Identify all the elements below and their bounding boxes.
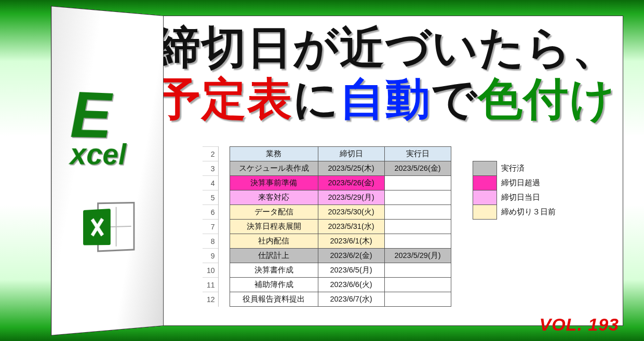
task-cell: スケジュール表作成: [230, 161, 318, 176]
col-header-deadline: 締切日: [318, 147, 384, 161]
legend-label: 締め切り３日前: [497, 205, 563, 220]
deadline-cell: 2023/6/2(金): [318, 249, 384, 263]
col-header-done: 実行日: [384, 147, 451, 161]
brand-letters-xcel: xcel: [70, 141, 127, 167]
row-header: 10: [203, 263, 218, 278]
headline-word-auto: 自動: [340, 74, 431, 124]
deadline-cell: 2023/6/1(木): [318, 234, 384, 249]
done-cell: 2023/5/29(月): [384, 249, 451, 263]
headline-line1: 締切日が近づいたら、: [156, 22, 618, 72]
row-header: 3: [203, 161, 218, 176]
deadline-cell: 2023/6/5(月): [318, 263, 384, 278]
row-header: 8: [203, 234, 218, 249]
done-cell: [384, 220, 451, 234]
legend-swatch: [473, 190, 497, 205]
legend-label: 締切日当日: [497, 190, 563, 205]
legend-swatch: [473, 176, 497, 190]
task-cell: 決算書作成: [230, 263, 318, 278]
deadline-cell: 2023/5/30(火): [318, 205, 384, 220]
task-cell: 社内配信: [230, 234, 318, 249]
task-cell: 決算日程表展開: [230, 220, 318, 234]
legend-swatch: [473, 161, 497, 176]
deadline-cell: 2023/5/25(木): [318, 161, 384, 176]
done-cell: [384, 190, 451, 205]
deadline-cell: 2023/5/29(月): [318, 190, 384, 205]
legend-swatch: [473, 205, 497, 220]
legend-label: 締切日超過: [497, 176, 563, 190]
headline-particle-de: で: [431, 74, 478, 124]
task-cell: 仕訳計上: [230, 249, 318, 263]
done-cell: [384, 278, 451, 292]
row-header: 6: [203, 205, 218, 220]
deadline-cell: 2023/6/6(火): [318, 278, 384, 292]
row-header: 5: [203, 190, 218, 205]
row-header: 11: [203, 278, 218, 292]
headline-word-color: 色付け: [478, 74, 616, 124]
done-cell: [384, 234, 451, 249]
row-header: 2: [203, 147, 218, 161]
row-header: 9: [203, 249, 218, 263]
headline-particle-ni: に: [293, 74, 340, 124]
done-cell: [384, 263, 451, 278]
thumbnail-frame: 締切日が近づいたら、 予定表に自動で色付け E xcel 2業務締切日実行日3ス…: [0, 0, 644, 341]
deadline-cell: 2023/5/26(金): [318, 176, 384, 190]
brand-letter-e: E: [70, 86, 112, 143]
brand-door: E xcel: [51, 6, 164, 335]
volume-label: VOL. 193: [539, 315, 619, 335]
task-cell: 来客対応: [230, 190, 318, 205]
task-cell: 決算事前準備: [230, 176, 318, 190]
legend-label: 実行済: [497, 161, 563, 176]
done-cell: [384, 176, 451, 190]
task-cell: データ配信: [230, 205, 318, 220]
done-cell: 2023/5/26(金): [384, 161, 451, 176]
brand-wordmark: E xcel: [70, 86, 147, 168]
headline: 締切日が近づいたら、 予定表に自動で色付け: [156, 22, 618, 125]
row-header: 4: [203, 176, 218, 190]
row-header: 7: [203, 220, 218, 234]
col-header-task: 業務: [230, 147, 318, 161]
deadline-cell: 2023/5/31(水): [318, 220, 384, 234]
schedule-table: 2業務締切日実行日3スケジュール表作成2023/5/25(木)2023/5/26…: [203, 146, 563, 307]
done-cell: [384, 205, 451, 220]
excel-icon: [81, 200, 137, 255]
task-cell: 補助簿作成: [230, 278, 318, 292]
headline-word-schedule: 予定表: [156, 74, 293, 124]
